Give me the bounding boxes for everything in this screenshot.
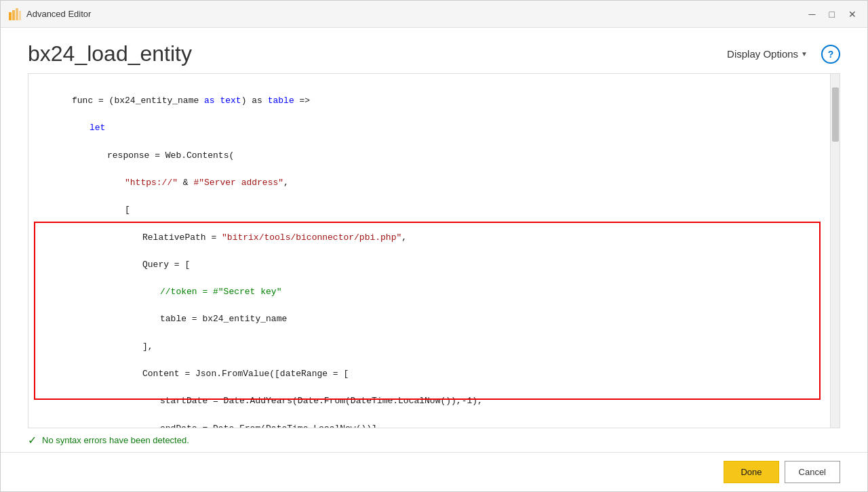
close-button[interactable]: ✕: [846, 8, 859, 20]
minimize-button[interactable]: ─: [806, 8, 818, 20]
display-options-button[interactable]: Display Options ▼: [722, 45, 813, 62]
cancel-button[interactable]: Cancel: [785, 461, 840, 483]
display-options-label: Display Options: [727, 48, 798, 60]
vertical-scrollbar[interactable]: [830, 74, 840, 428]
footer: Done Cancel: [1, 452, 867, 491]
code-content: func = (bx24_entity_name as text) as tab…: [28, 81, 830, 428]
header-right: Display Options ▼ ?: [722, 45, 840, 64]
code-line: response = Web.Contents(: [37, 149, 822, 163]
code-line: Content = Json.FromValue([dateRange = [: [37, 367, 822, 381]
header: bx24_load_entity Display Options ▼ ?: [1, 28, 867, 73]
code-line: "https://" & #"Server address",: [37, 176, 822, 190]
code-line: ],: [37, 340, 822, 354]
title-bar-left: Advanced Editor: [9, 8, 91, 20]
title-bar-controls: ─ □ ✕: [806, 8, 859, 20]
svg-rect-0: [9, 12, 12, 20]
maximize-button[interactable]: □: [827, 8, 837, 20]
code-line: Query = [: [37, 258, 822, 272]
status-message: No syntax errors have been detected.: [42, 435, 189, 445]
editor-container: func = (bx24_entity_name as text) as tab…: [28, 73, 840, 428]
page-title: bx24_load_entity: [28, 41, 192, 66]
svg-rect-3: [19, 11, 21, 20]
code-line: RelativePath = "bitrix/tools/biconnector…: [37, 231, 822, 245]
code-line: let: [37, 121, 822, 135]
status-bar: ✓ No syntax errors have been detected.: [1, 428, 867, 452]
help-button[interactable]: ?: [821, 45, 840, 64]
chevron-down-icon: ▼: [801, 50, 808, 58]
svg-rect-1: [12, 10, 15, 20]
code-line: func = (bx24_entity_name as text) as tab…: [37, 94, 822, 108]
scrollbar-thumb[interactable]: [832, 87, 839, 142]
svg-rect-2: [16, 8, 18, 20]
advanced-editor-window: Advanced Editor ─ □ ✕ bx24_load_entity D…: [0, 0, 868, 492]
title-bar: Advanced Editor ─ □ ✕: [1, 1, 867, 28]
app-icon: [9, 8, 21, 20]
done-button[interactable]: Done: [724, 461, 778, 483]
code-line: startDate = Date.AddYears(Date.From(Date…: [37, 394, 822, 408]
code-line: //token = #"Secret key": [37, 285, 822, 299]
code-area[interactable]: func = (bx24_entity_name as text) as tab…: [28, 74, 830, 428]
code-line: table = bx24_entity_name: [37, 312, 822, 326]
code-line: [: [37, 203, 822, 217]
status-check-icon: ✓: [28, 434, 37, 447]
code-line: endDate = Date.From(DateTime.LocalNow())…: [37, 422, 822, 428]
title-bar-title: Advanced Editor: [26, 9, 91, 19]
